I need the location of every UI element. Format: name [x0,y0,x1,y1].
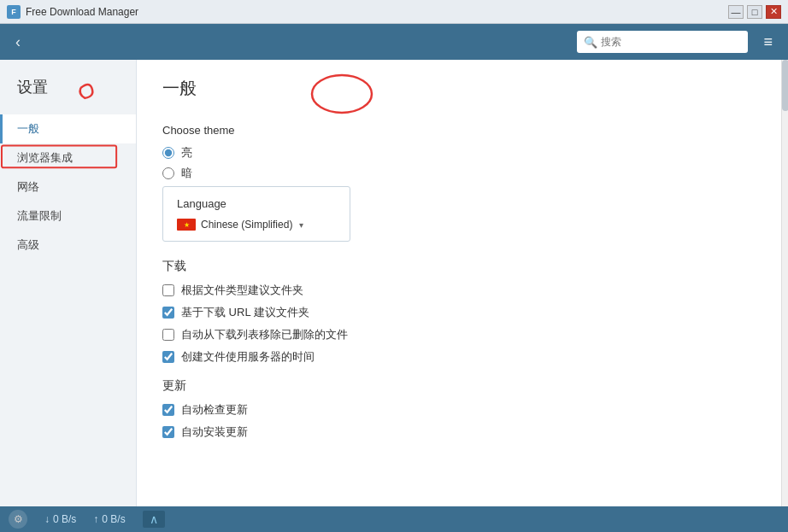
theme-dark-radio[interactable] [162,167,174,179]
sidebar-item-traffic[interactable]: 流量限制 [0,202,136,231]
update-section: 更新 自动检查更新 自动安装更新 [162,378,762,440]
sidebar: 设置 一般 浏览器集成 网络 流量限制 高级 [0,60,137,506]
search-input[interactable] [577,31,748,53]
scrollbar-thumb[interactable] [782,60,788,111]
menu-button[interactable]: ≡ [756,30,779,55]
language-label: Language [177,197,336,210]
download-option-2[interactable]: 基于下载 URL 建议文件夹 [162,305,762,320]
sidebar-item-general[interactable]: 一般 [0,114,136,143]
statusbar: ⚙ ↓ 0 B/s ↑ 0 B/s ∧ [0,506,788,532]
download-option-3[interactable]: 自动从下载列表移除已删除的文件 [162,327,762,342]
download-option-4[interactable]: 创建文件使用服务器的时间 [162,349,762,365]
titlebar: F Free Download Manager — □ ✕ [0,0,788,24]
theme-dark-option[interactable]: 暗 [162,166,762,181]
sidebar-item-browser[interactable]: 浏览器集成 [0,143,136,172]
app-title: Free Download Manager [26,6,138,18]
theme-light-label: 亮 [181,145,192,161]
sidebar-item-advanced[interactable]: 高级 [0,231,136,260]
language-select-wrapper[interactable]: Chinese (Simplified) ▾ [177,219,336,231]
download-checkbox-3[interactable] [162,329,174,341]
search-icon: 🔍 [584,36,597,49]
theme-light-option[interactable]: 亮 [162,145,762,161]
main-layout: 设置 一般 浏览器集成 网络 流量限制 高级 一般 Choose theme 亮… [0,60,788,506]
language-section[interactable]: Language Chinese (Simplified) ▾ [162,186,350,242]
update-label-2: 自动安装更新 [181,424,248,440]
content-area: 一般 Choose theme 亮 暗 Language Chinese (Si… [137,60,788,506]
language-value: Chinese (Simplified) [201,219,292,231]
download-label-1: 根据文件类型建议文件夹 [181,283,303,298]
download-checkbox-2[interactable] [162,307,174,319]
download-label-2: 基于下载 URL 建议文件夹 [181,305,309,320]
update-option-1[interactable]: 自动检查更新 [162,402,762,418]
close-button[interactable]: ✕ [766,5,781,19]
app-icon: F [7,5,21,19]
window-controls: — □ ✕ [728,5,781,19]
up-arrow-icon: ↑ [93,513,98,525]
maximize-button[interactable]: □ [747,5,762,19]
chevron-down-icon: ▾ [299,220,303,230]
update-option-2[interactable]: 自动安装更新 [162,424,762,440]
expand-button[interactable]: ∧ [143,511,165,528]
sidebar-item-network[interactable]: 网络 [0,172,136,202]
update-checkbox-1[interactable] [162,404,174,416]
minimize-button[interactable]: — [728,5,744,19]
update-label-1: 自动检查更新 [181,402,248,418]
download-speed-value: 0 B/s [53,513,76,525]
download-section: 下载 根据文件类型建议文件夹 基于下载 URL 建议文件夹 自动从下载列表移除已… [162,259,762,365]
download-option-1[interactable]: 根据文件类型建议文件夹 [162,283,762,298]
scrollbar-track[interactable] [781,60,788,506]
settings-icon[interactable]: ⚙ [9,510,27,529]
theme-radio-group: 亮 暗 [162,145,762,181]
download-checkbox-4[interactable] [162,351,174,363]
download-checkbox-1[interactable] [162,284,174,296]
theme-dark-label: 暗 [181,166,192,181]
flag-icon [177,219,196,231]
upload-speed-value: 0 B/s [102,513,125,525]
search-wrapper: 🔍 [577,31,748,53]
down-arrow-icon: ↓ [44,513,50,525]
theme-light-radio[interactable] [162,147,174,159]
update-heading: 更新 [162,378,762,394]
upload-speed: ↑ 0 B/s [93,513,125,525]
download-label-4: 创建文件使用服务器的时间 [181,349,315,365]
download-heading: 下载 [162,259,762,274]
download-speed: ↓ 0 B/s [44,513,76,525]
theme-label: Choose theme [162,124,762,137]
download-label-3: 自动从下载列表移除已删除的文件 [181,327,348,342]
page-title: 一般 [162,77,762,107]
back-button[interactable]: ‹ [9,30,27,55]
update-checkbox-2[interactable] [162,426,174,438]
toolbar: ‹ 🔍 ≡ [0,24,788,60]
sidebar-title: 设置 [0,68,136,114]
